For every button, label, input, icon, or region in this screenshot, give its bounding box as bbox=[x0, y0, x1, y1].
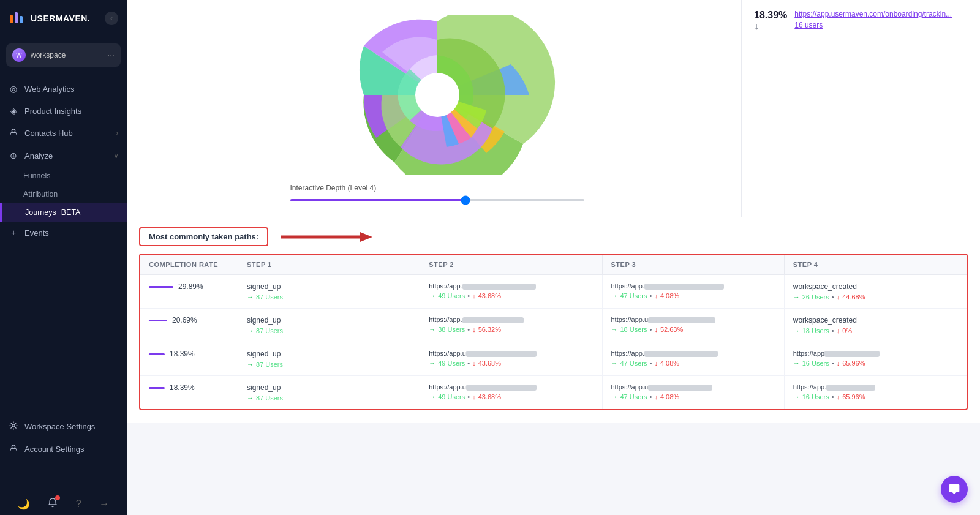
paths-table: COMPLETION RATE STEP 1 STEP 2 STEP 3 STE… bbox=[139, 254, 968, 410]
sidebar-label-product-insights: Product Insights bbox=[24, 107, 118, 116]
logout-icon[interactable]: → bbox=[99, 498, 109, 509]
td-step1-1: signed_up → 87 Users bbox=[238, 309, 420, 342]
step3-users-1: 18 Users bbox=[620, 326, 647, 333]
sidebar-item-web-analytics[interactable]: ◎ Web Analytics bbox=[0, 78, 127, 100]
table-body: 29.89% signed_up → 87 Users bbox=[140, 275, 967, 409]
table-row: 18.39% signed_up → 87 Users bbox=[140, 342, 967, 376]
logo-icon bbox=[9, 10, 26, 27]
completion-pct-0: 29.89% bbox=[178, 282, 203, 291]
svg-point-6 bbox=[415, 73, 459, 117]
step3-drop-0: 4.08% bbox=[660, 292, 679, 299]
sidebar-item-workspace-settings[interactable]: Workspace Settings bbox=[0, 415, 127, 438]
sidebar-item-events[interactable]: + Events bbox=[0, 222, 127, 244]
main-content: Interactive Depth (Level 4) 18.39% ↓ htt… bbox=[127, 0, 980, 515]
main-scroll: Interactive Depth (Level 4) 18.39% ↓ htt… bbox=[127, 0, 980, 515]
step1-event-2: signed_up bbox=[247, 350, 411, 358]
step3-drop-1: 52.63% bbox=[660, 326, 683, 333]
step2-url-3: https://app.u bbox=[429, 383, 551, 391]
step4-drop-0: 44.68% bbox=[842, 293, 865, 301]
svg-marker-8 bbox=[360, 232, 372, 242]
step3-url-0: https://app. bbox=[611, 282, 734, 290]
stat-side-panel: 18.39% ↓ https://app.usermaven.com/onboa… bbox=[741, 0, 980, 217]
step2-url-0: https://app. bbox=[429, 282, 551, 290]
td-step3-0: https://app. → 47 Users • ↓ 4.08% bbox=[603, 275, 785, 308]
notification-badge bbox=[55, 495, 60, 500]
depth-slider[interactable] bbox=[290, 199, 584, 201]
td-step2-1: https://app. → 38 Users • ↓ 56.32% bbox=[420, 309, 602, 342]
svg-rect-2 bbox=[20, 16, 23, 23]
table-row: 29.89% signed_up → 87 Users bbox=[140, 275, 967, 309]
sidebar-item-analyze[interactable]: ⊕ Analyze ∨ bbox=[0, 145, 127, 167]
completion-pct-1: 20.69% bbox=[172, 316, 197, 325]
paths-title-box: Most commonly taken paths: bbox=[139, 227, 268, 246]
td-step4-0: workspace_created → 26 Users • ↓ 44.68% bbox=[785, 275, 967, 308]
theme-toggle-icon[interactable]: 🌙 bbox=[18, 498, 30, 510]
stat-users[interactable]: 16 users bbox=[794, 21, 952, 29]
sidebar-label-web-analytics: Web Analytics bbox=[24, 85, 118, 94]
td-step4-2: https://app → 16 Users • ↓ 65.96% bbox=[785, 342, 967, 375]
td-completion-2: 18.39% bbox=[140, 342, 238, 375]
table-row: 18.39% signed_up → 87 Users bbox=[140, 376, 967, 409]
sidebar-label-workspace-settings: Workspace Settings bbox=[24, 422, 118, 431]
journeys-beta-badge: BETA bbox=[61, 208, 81, 217]
step3-url-3: https://app.u bbox=[611, 383, 734, 391]
step3-users-2: 47 Users bbox=[620, 359, 647, 367]
notifications-icon[interactable] bbox=[48, 498, 58, 510]
col-step3: STEP 3 bbox=[603, 255, 785, 274]
col-step2: STEP 2 bbox=[420, 255, 602, 274]
annotation-arrow bbox=[281, 228, 379, 246]
step4-drop-1: 0% bbox=[842, 327, 852, 334]
td-completion-0: 29.89% bbox=[140, 275, 238, 308]
analyze-icon: ⊕ bbox=[9, 151, 18, 160]
stat-percentage: 18.39% bbox=[754, 10, 787, 21]
contacts-hub-chevron-icon: › bbox=[116, 130, 118, 137]
step1-users-0: 87 Users bbox=[256, 293, 283, 301]
paths-section: Most commonly taken paths: COMPLETION RA… bbox=[127, 217, 980, 423]
help-icon[interactable]: ? bbox=[76, 498, 81, 509]
svg-rect-1 bbox=[15, 12, 18, 23]
paths-title: Most commonly taken paths: bbox=[149, 232, 258, 241]
step2-users-0: 49 Users bbox=[438, 292, 465, 299]
workspace-menu-icon: ··· bbox=[107, 50, 115, 60]
events-icon: + bbox=[9, 228, 18, 238]
stat-url[interactable]: https://app.usermaven.com/onboarding/tra… bbox=[794, 10, 952, 18]
sidebar-item-funnels[interactable]: Funnels bbox=[0, 167, 127, 185]
sidebar-item-attribution[interactable]: Attribution bbox=[0, 185, 127, 203]
chat-button[interactable] bbox=[941, 476, 968, 503]
sidebar-item-contacts-hub[interactable]: Contacts Hub › bbox=[0, 122, 127, 145]
step4-drop-3: 65.96% bbox=[842, 393, 865, 400]
step4-users-1: 18 Users bbox=[802, 327, 829, 334]
step3-users-0: 47 Users bbox=[620, 292, 647, 299]
td-step1-0: signed_up → 87 Users bbox=[238, 275, 420, 308]
completion-pct-3: 18.39% bbox=[170, 383, 195, 392]
td-completion-1: 20.69% bbox=[140, 309, 238, 342]
chart-area: Interactive Depth (Level 4) 18.39% ↓ htt… bbox=[127, 0, 980, 217]
td-step2-0: https://app. → 49 Users • ↓ 43.68% bbox=[420, 275, 602, 308]
account-settings-icon bbox=[9, 444, 18, 454]
sidebar-item-journeys[interactable]: Journeys BETA bbox=[0, 203, 127, 222]
step3-drop-2: 4.08% bbox=[660, 359, 679, 367]
sunburst-svg bbox=[296, 15, 578, 175]
collapse-button[interactable]: ‹ bbox=[105, 12, 118, 25]
svg-point-4 bbox=[12, 424, 15, 427]
step4-event-0: workspace_created bbox=[793, 282, 958, 291]
workspace-name: workspace bbox=[31, 51, 102, 59]
step4-event-1: workspace_created bbox=[793, 316, 958, 325]
step1-users-3: 87 Users bbox=[256, 394, 283, 402]
depth-control: Interactive Depth (Level 4) bbox=[290, 184, 584, 205]
workspace-selector[interactable]: W workspace ··· bbox=[6, 43, 121, 67]
col-step1: STEP 1 bbox=[238, 255, 420, 274]
sidebar: USERMAVEN. ‹ W workspace ··· ◎ Web Analy… bbox=[0, 0, 127, 515]
step2-drop-0: 43.68% bbox=[478, 292, 501, 299]
product-insights-icon: ◈ bbox=[9, 106, 18, 116]
step3-users-3: 47 Users bbox=[620, 393, 647, 400]
step1-users-2: 87 Users bbox=[256, 361, 283, 368]
depth-label: Interactive Depth (Level 4) bbox=[290, 184, 584, 192]
step2-url-2: https://app.u bbox=[429, 350, 551, 357]
sidebar-item-product-insights[interactable]: ◈ Product Insights bbox=[0, 100, 127, 122]
step2-drop-2: 43.68% bbox=[478, 359, 501, 367]
step3-url-1: https://app.u bbox=[611, 316, 734, 323]
sidebar-item-account-settings[interactable]: Account Settings bbox=[0, 438, 127, 460]
step4-url-3: https://app. bbox=[793, 383, 916, 391]
step2-users-1: 38 Users bbox=[438, 326, 465, 333]
